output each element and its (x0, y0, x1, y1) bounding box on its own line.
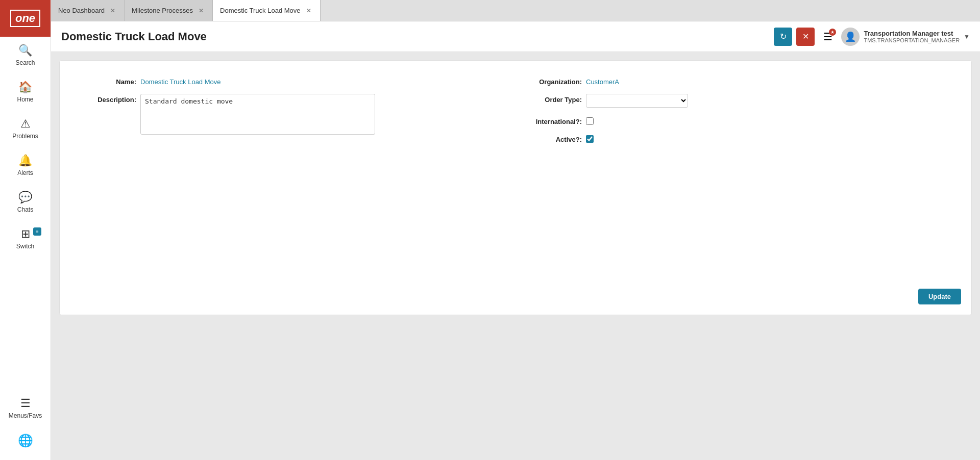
logo: one (0, 0, 51, 37)
warning-icon: ⚠ (20, 117, 31, 131)
logo-text: one (10, 10, 40, 27)
menus-icon: ☰ (20, 397, 31, 410)
sidebar-item-label: Search (15, 59, 35, 66)
close-button[interactable]: ✕ (796, 28, 815, 46)
page-title: Domestic Truck Load Move (61, 30, 774, 43)
notification-badge: ★ (829, 29, 836, 36)
organization-value: CustomerA (586, 76, 619, 86)
header-bar: Domestic Truck Load Move ↻ ✕ ☰ ★ 👤 Trans… (51, 21, 980, 52)
sidebar-item-label: Switch (16, 243, 34, 250)
field-order-type: Order Type: Standard Express Priority (526, 94, 951, 108)
tab-label: Neo Dashboard (58, 7, 105, 14)
close-icon: ✕ (802, 32, 809, 41)
description-label: Description: (80, 94, 136, 104)
sidebar-item-globe[interactable]: 🌐 (0, 426, 51, 455)
form-panel: Name: Domestic Truck Load Move Descripti… (59, 60, 972, 315)
user-name: Transportation Manager test (864, 30, 960, 37)
update-button[interactable]: Update (918, 289, 961, 304)
sidebar-item-label: Alerts (17, 169, 33, 176)
switch-icon: ⊞ (21, 227, 30, 241)
bell-icon: 🔔 (18, 154, 32, 167)
sidebar-item-search[interactable]: 🔍 Search (0, 37, 51, 73)
refresh-button[interactable]: ↻ (774, 28, 792, 46)
globe-icon: 🌐 (18, 433, 33, 448)
chat-icon: 💬 (18, 191, 32, 204)
tab-label: Milestone Processes (132, 7, 193, 14)
refresh-icon: ↻ (780, 32, 787, 41)
field-organization: Organization: CustomerA (526, 76, 951, 86)
field-international: International?: (526, 116, 951, 125)
switch-badge: ≡ (33, 227, 41, 236)
sidebar-item-problems[interactable]: ⚠ Problems (0, 110, 51, 147)
search-icon: 🔍 (18, 44, 32, 57)
sidebar: one 🔍 Search 🏠 Home ⚠ Problems 🔔 Alerts … (0, 0, 51, 460)
order-type-select[interactable]: Standard Express Priority (586, 94, 688, 108)
home-icon: 🏠 (18, 81, 32, 94)
active-checkbox[interactable] (586, 135, 594, 143)
field-description: Description: (80, 94, 505, 135)
sidebar-item-label: Home (17, 96, 33, 103)
tab-label: Domestic Truck Load Move (220, 7, 301, 14)
international-checkbox[interactable] (586, 117, 594, 125)
sidebar-item-chats[interactable]: 💬 Chats (0, 184, 51, 220)
tab-close-milestone-processes[interactable]: ✕ (197, 7, 205, 15)
name-value: Domestic Truck Load Move (140, 76, 221, 86)
tab-close-domestic-truck-load-move[interactable]: ✕ (305, 7, 313, 15)
sidebar-item-label: Chats (17, 206, 33, 213)
sidebar-item-menus[interactable]: ☰ Menus/Favs (0, 390, 51, 426)
active-label: Active?: (526, 134, 582, 143)
sidebar-item-label: Menus/Favs (9, 412, 42, 419)
tab-neo-dashboard[interactable]: Neo Dashboard ✕ (51, 0, 125, 21)
sidebar-item-switch[interactable]: ⊞ Switch ≡ (0, 220, 51, 257)
field-name: Name: Domestic Truck Load Move (80, 76, 505, 86)
user-info[interactable]: 👤 Transportation Manager test TMS.TRANSP… (841, 28, 970, 46)
sidebar-item-alerts[interactable]: 🔔 Alerts (0, 147, 51, 184)
user-role: TMS.TRANSPORTATION_MANAGER (864, 37, 960, 43)
chevron-down-icon: ▼ (964, 33, 970, 40)
order-type-label: Order Type: (526, 94, 582, 104)
user-text: Transportation Manager test TMS.TRANSPOR… (864, 30, 960, 43)
content-area: Name: Domestic Truck Load Move Descripti… (51, 52, 980, 460)
tab-milestone-processes[interactable]: Milestone Processes ✕ (125, 0, 213, 21)
notification-button[interactable]: ☰ ★ (819, 28, 837, 46)
tab-close-neo-dashboard[interactable]: ✕ (109, 7, 117, 15)
tab-bar: Neo Dashboard ✕ Milestone Processes ✕ Do… (51, 0, 980, 21)
header-actions: ↻ ✕ ☰ ★ 👤 Transportation Manager test TM… (774, 28, 970, 46)
sidebar-item-label: Problems (12, 133, 38, 140)
avatar: 👤 (841, 28, 860, 46)
sidebar-item-home[interactable]: 🏠 Home (0, 73, 51, 110)
field-active: Active?: (526, 134, 951, 143)
name-label: Name: (80, 76, 136, 86)
form-left: Name: Domestic Truck Load Move Descripti… (80, 76, 505, 151)
form-right: Organization: CustomerA Order Type: Stan… (526, 76, 951, 151)
tab-domestic-truck-load-move[interactable]: Domestic Truck Load Move ✕ (213, 0, 321, 21)
main-content: Neo Dashboard ✕ Milestone Processes ✕ Do… (51, 0, 980, 460)
organization-label: Organization: (526, 76, 582, 86)
international-label: International?: (526, 116, 582, 125)
description-input[interactable] (140, 94, 375, 135)
